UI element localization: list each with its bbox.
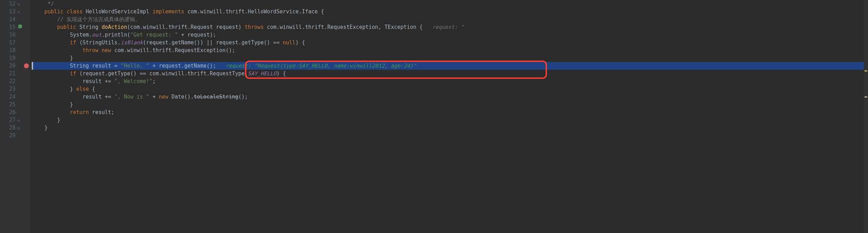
inlay-hint: request: " bbox=[432, 24, 464, 30]
code-line[interactable]: // 实现这个方法完成具体的逻辑。 bbox=[32, 15, 868, 23]
keyword: class bbox=[67, 8, 82, 15]
code-line-current[interactable]: String result = "Hello, " + request.getN… bbox=[32, 62, 868, 70]
line-number[interactable]: 21 bbox=[0, 70, 15, 77]
comment-text: */ bbox=[32, 1, 54, 7]
keyword: throws bbox=[245, 24, 264, 30]
caret-indicator bbox=[32, 62, 33, 70]
line-number[interactable]: 28 bbox=[0, 124, 15, 132]
code-line[interactable]: public String doAction(com.winwill.thrif… bbox=[32, 23, 868, 31]
code-line[interactable]: } bbox=[32, 124, 868, 132]
line-number[interactable]: 20 bbox=[0, 62, 15, 70]
code-line[interactable]: } else { bbox=[32, 85, 868, 93]
line-number[interactable]: 12 bbox=[0, 0, 15, 8]
code-area[interactable]: */ public class HelloWordServiceImpl imp… bbox=[30, 0, 868, 233]
comment-text: // 实现这个方法完成具体的逻辑。 bbox=[57, 16, 140, 23]
code-line[interactable]: if (StringUtils.isBlank(request.getName(… bbox=[32, 39, 868, 46]
line-number[interactable]: 27 bbox=[0, 116, 15, 124]
line-number[interactable]: 26 bbox=[0, 108, 15, 116]
keyword: null bbox=[283, 39, 295, 46]
deprecated-method: toLocaleString bbox=[194, 94, 238, 100]
method-name: doAction bbox=[102, 24, 127, 30]
line-number[interactable]: 13 bbox=[0, 8, 15, 15]
gutter-marks-column: ⊖ ⊖ ⊖ ⊖ ⊟ bbox=[23, 0, 30, 233]
class-name: HelloWordServiceImpl bbox=[86, 8, 150, 15]
keyword: throw new bbox=[83, 47, 114, 53]
field-ref: out bbox=[92, 32, 102, 38]
keyword: implements bbox=[152, 8, 184, 15]
line-number[interactable]: 25 bbox=[0, 101, 15, 108]
string-literal: "Hello, " bbox=[121, 63, 149, 69]
keyword: if bbox=[70, 70, 79, 77]
string-literal: ", Now is " bbox=[114, 94, 149, 100]
line-number[interactable]: 29 bbox=[0, 132, 15, 139]
code-line[interactable]: result += ", Now is " + new Date().toLoc… bbox=[32, 93, 868, 101]
stripe-warning-icon[interactable] bbox=[864, 70, 867, 71]
fold-end-icon[interactable]: ⊖ bbox=[18, 117, 20, 125]
keyword: if bbox=[70, 39, 79, 46]
line-number[interactable]: 16 bbox=[0, 31, 15, 39]
line-number[interactable]: 15 bbox=[0, 23, 15, 31]
code-line[interactable]: } bbox=[32, 116, 868, 124]
code-line[interactable]: return result; bbox=[32, 108, 868, 116]
inlay-hint-debug: request: "Request(type:SAY_HELLO, name:w… bbox=[226, 63, 416, 69]
breakpoint-icon[interactable] bbox=[24, 63, 29, 68]
line-number[interactable]: 19 bbox=[0, 54, 15, 62]
enum-constant: SAY_HELLO bbox=[248, 70, 276, 77]
stripe-warning-icon[interactable] bbox=[864, 96, 867, 97]
line-number-gutter[interactable]: 12 13 14 15 16 17 18 19 20 21 22 23 24 2… bbox=[0, 0, 23, 233]
code-line[interactable]: } bbox=[32, 54, 868, 62]
error-stripe[interactable] bbox=[864, 0, 868, 233]
keyword: public bbox=[57, 24, 76, 30]
code-line[interactable]: System.out.println("Get request: " + req… bbox=[32, 31, 868, 39]
keyword: else bbox=[76, 86, 89, 92]
code-line[interactable]: result += ", Welcome!"; bbox=[32, 77, 868, 85]
code-line[interactable]: throw new com.winwill.thrift.RequestExce… bbox=[32, 46, 868, 54]
fold-toggle-icon[interactable]: ⊖ bbox=[18, 1, 20, 8]
fold-end-icon[interactable]: ⊟ bbox=[18, 125, 20, 132]
code-line[interactable]: public class HelloWordServiceImpl implem… bbox=[32, 8, 868, 15]
keyword: public bbox=[44, 8, 63, 15]
code-line[interactable]: */ bbox=[32, 0, 868, 8]
fold-toggle-icon[interactable]: ⊖ bbox=[18, 24, 20, 32]
line-number[interactable]: 23 bbox=[0, 85, 15, 93]
fold-toggle-icon[interactable]: ⊖ bbox=[18, 8, 20, 16]
code-line[interactable] bbox=[32, 132, 868, 139]
line-number[interactable]: 14 bbox=[0, 15, 15, 23]
string-literal: ", Welcome!" bbox=[114, 78, 152, 84]
static-method: isBlank bbox=[121, 39, 143, 46]
code-line[interactable]: if (request.getType() == com.winwill.thr… bbox=[32, 70, 868, 77]
string-literal: "Get request: " bbox=[130, 32, 178, 38]
code-editor[interactable]: 12 13 14 15 16 17 18 19 20 21 22 23 24 2… bbox=[0, 0, 868, 233]
keyword: return bbox=[70, 109, 92, 115]
line-number[interactable]: 17 bbox=[0, 39, 15, 46]
line-number[interactable]: 24 bbox=[0, 93, 15, 101]
code-line[interactable]: } bbox=[32, 101, 868, 108]
keyword: new bbox=[159, 94, 168, 100]
line-number[interactable]: 22 bbox=[0, 77, 15, 85]
line-number[interactable]: 18 bbox=[0, 46, 15, 54]
